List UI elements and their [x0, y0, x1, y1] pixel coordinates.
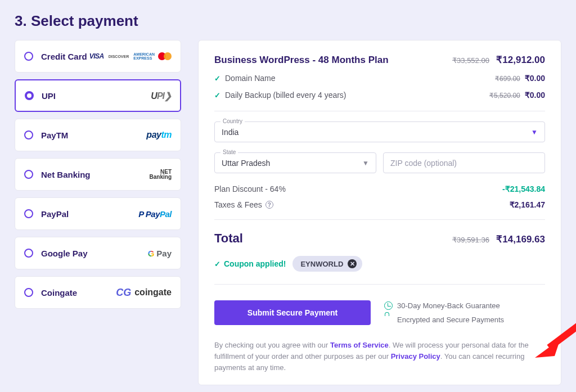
payment-method-coingate[interactable]: Coingate CG coingate	[15, 276, 181, 309]
check-icon: ✓	[214, 260, 220, 268]
discount-value: -₹21,543.84	[502, 184, 545, 193]
include-original: ₹699.00	[495, 75, 520, 83]
mastercard-icon	[158, 52, 172, 61]
moneyback-label: 30-Day Money-Back Guarantee	[397, 301, 500, 310]
chevron-down-icon: ▼	[362, 159, 369, 167]
radio-icon	[24, 130, 33, 139]
include-price: ₹0.00	[525, 91, 545, 100]
zip-input[interactable]: ZIP code (optional)	[383, 152, 545, 173]
paypal-icon: P PayPal	[138, 209, 172, 219]
radio-icon	[25, 91, 34, 100]
country-value: India	[222, 128, 238, 137]
visa-icon: VISA	[88, 51, 105, 61]
order-summary-panel: Business WordPress - 48 Months Plan ₹33,…	[198, 40, 561, 385]
discount-label: Plan Discount - 64%	[214, 184, 286, 193]
plan-original-price: ₹33,552.00	[452, 56, 489, 65]
plan-name: Business WordPress - 48 Months Plan	[214, 55, 389, 66]
include-price: ₹0.00	[525, 74, 545, 83]
legal-text: By checking out you agree with our Terms…	[214, 340, 545, 373]
radio-icon	[24, 52, 33, 61]
method-label: Credit Card	[41, 52, 87, 61]
radio-icon	[24, 249, 33, 258]
total-value: ₹14,169.63	[496, 234, 545, 245]
method-label: Google Pay	[41, 249, 88, 258]
check-icon: ✓	[214, 74, 220, 83]
radio-icon	[24, 209, 33, 218]
fees-label: Taxes & Fees	[214, 200, 262, 209]
total-original: ₹39,591.36	[452, 236, 489, 244]
amex-icon: AMERICANEXPRESS	[132, 51, 156, 61]
country-select[interactable]: Country India ▼	[214, 121, 545, 142]
discover-icon: DISCOVER	[107, 51, 130, 61]
page-title: 3. Select payment	[15, 12, 561, 30]
card-brand-icons: VISA DISCOVER AMERICANEXPRESS	[88, 51, 172, 61]
fees-value: ₹2,161.47	[510, 200, 546, 209]
method-label: PayPal	[41, 209, 69, 219]
paytm-icon: paytm	[146, 130, 172, 140]
payment-method-paypal[interactable]: PayPal P PayPal	[15, 197, 181, 230]
method-label: PayTM	[41, 130, 68, 140]
state-select[interactable]: State Uttar Pradesh ▼	[214, 152, 376, 173]
payment-method-paytm[interactable]: PayTM paytm	[15, 119, 181, 151]
coupon-chip: EYNWORLD ✕	[292, 256, 362, 272]
method-label: UPI	[42, 91, 56, 101]
method-label: Net Banking	[41, 170, 91, 179]
method-label: Coingate	[41, 288, 77, 298]
netbanking-icon: NETBanking	[150, 169, 172, 179]
coupon-applied-label: Coupon applied!	[224, 259, 286, 268]
field-label: State	[220, 149, 238, 155]
encrypted-label: Encrypted and Secure Payments	[397, 316, 504, 324]
include-original: ₹5,520.00	[489, 92, 520, 100]
terms-link[interactable]: Terms of Service	[330, 341, 389, 349]
submit-payment-button[interactable]: Submit Secure Payment	[214, 300, 371, 325]
payment-method-googlepay[interactable]: Google Pay GPay	[15, 237, 181, 269]
payment-method-credit-card[interactable]: Credit Card VISA DISCOVER AMERICANEXPRES…	[15, 40, 181, 73]
include-label: Domain Name	[225, 74, 275, 83]
payment-method-netbanking[interactable]: Net Banking NETBanking	[15, 158, 181, 191]
privacy-link[interactable]: Privacy Policy	[391, 352, 440, 361]
chevron-down-icon: ▼	[531, 128, 538, 136]
coupon-code: EYNWORLD	[300, 260, 343, 268]
radio-icon	[24, 288, 33, 297]
moneyback-icon	[384, 301, 393, 310]
coingate-icon: CG coingate	[116, 287, 172, 299]
payment-methods-list: Credit Card VISA DISCOVER AMERICANEXPRES…	[15, 40, 181, 385]
remove-coupon-icon[interactable]: ✕	[348, 259, 357, 268]
info-icon[interactable]: ?	[266, 201, 273, 209]
check-icon: ✓	[214, 91, 220, 100]
zip-placeholder: ZIP code (optional)	[390, 159, 457, 168]
googlepay-icon: GPay	[148, 249, 172, 258]
upi-icon: UPI❯	[151, 91, 171, 101]
payment-method-upi[interactable]: UPI UPI❯	[15, 79, 181, 112]
field-label: Country	[220, 118, 245, 124]
include-label: Daily Backup (billed every 4 years)	[225, 91, 346, 100]
plan-price: ₹12,912.00	[496, 55, 545, 65]
total-label: Total	[214, 231, 243, 246]
radio-icon	[24, 170, 33, 179]
state-value: Uttar Pradesh	[222, 159, 270, 168]
